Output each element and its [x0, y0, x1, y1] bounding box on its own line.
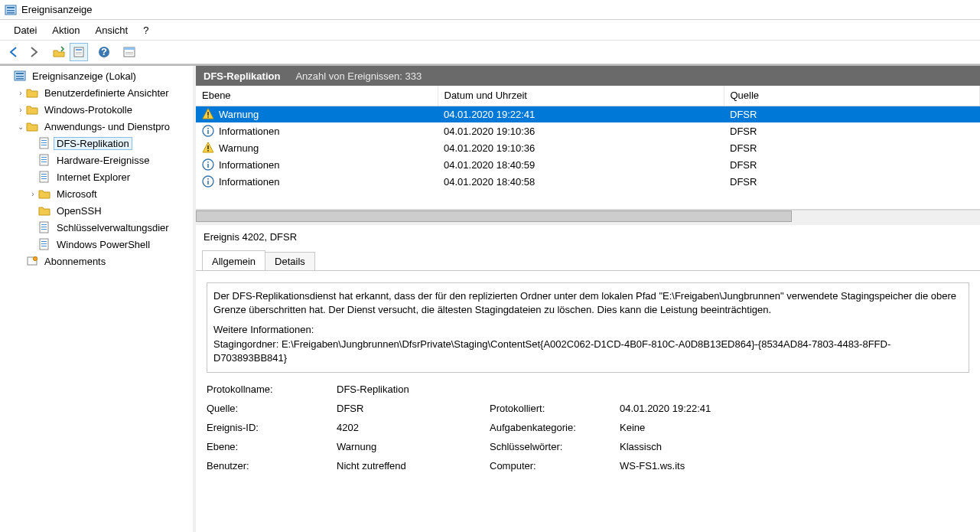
- folder-icon: [26, 120, 38, 132]
- level-text: Informationen: [219, 176, 280, 188]
- tree-pane: ▸ Ereignisanzeige (Lokal) › Benutzerdefi…: [0, 66, 196, 532]
- tab-details[interactable]: Details: [265, 252, 315, 270]
- datetime-cell: 04.01.2020 19:22:41: [438, 106, 724, 122]
- log-icon: [38, 171, 50, 183]
- info-icon: [202, 125, 214, 137]
- tree-powershell[interactable]: ▸Windows PowerShell: [26, 236, 191, 253]
- warning-icon: [202, 108, 214, 120]
- properties-button[interactable]: [70, 43, 88, 61]
- tree-hardware-events[interactable]: ▸Hardware-Ereignisse: [26, 152, 191, 168]
- eventviewer-icon: [14, 70, 26, 82]
- col-source[interactable]: Quelle: [724, 86, 980, 106]
- level-text: Warnung: [219, 142, 259, 154]
- value-log-name: DFS-Replikation: [337, 383, 482, 395]
- tree-root[interactable]: ▸ Ereignisanzeige (Lokal): [2, 67, 191, 84]
- log-icon: [38, 137, 50, 149]
- table-row[interactable]: Warnung04.01.2020 19:10:36DFSR: [196, 139, 980, 156]
- log-icon: [38, 154, 50, 166]
- info-icon: [202, 175, 214, 188]
- tree-app-service-logs[interactable]: ⌄ Anwendungs- und Dienstpro: [14, 118, 191, 135]
- event-message[interactable]: Der DFS-Replikationsdienst hat erkannt, …: [207, 282, 969, 373]
- forward-button[interactable]: [24, 43, 43, 61]
- event-list[interactable]: Ebene Datum und Uhrzeit Quelle Warnung04…: [196, 86, 980, 210]
- expand-icon[interactable]: ›: [15, 87, 26, 98]
- value-source: DFSR: [337, 403, 482, 414]
- tree-dfs-replication[interactable]: ▸DFS-Replikation: [26, 135, 191, 152]
- detail-tabs: Allgemein Details: [196, 250, 980, 271]
- label-task-category: Aufgabenkategorie:: [490, 422, 612, 433]
- table-row[interactable]: Warnung04.01.2020 19:22:41DFSR: [196, 106, 980, 122]
- folder-icon: [38, 204, 50, 217]
- tree-openssh[interactable]: ▸OpenSSH: [26, 202, 191, 219]
- label-logged: Protokolliert:: [490, 403, 612, 414]
- tree-windows-logs[interactable]: › Windows-Protokolle: [14, 101, 191, 118]
- label-computer: Computer:: [490, 460, 612, 472]
- preview-pane-button[interactable]: [120, 43, 138, 61]
- event-properties: Protokollname: DFS-Replikation Quelle: D…: [207, 383, 969, 472]
- log-icon: [38, 221, 50, 233]
- log-icon: [38, 238, 50, 250]
- tree-internet-explorer[interactable]: ▸Internet Explorer: [26, 168, 191, 185]
- level-text: Informationen: [219, 126, 280, 137]
- up-button[interactable]: [50, 43, 68, 61]
- col-datetime[interactable]: Datum und Uhrzeit: [438, 86, 724, 106]
- label-event-id: Ereignis-ID:: [207, 422, 329, 433]
- tab-body-general: Der DFS-Replikationsdienst hat erkannt, …: [196, 270, 980, 532]
- horizontal-scrollbar[interactable]: [196, 210, 980, 222]
- content-header: DFS-Replikation Anzahl von Ereignissen: …: [196, 66, 980, 86]
- detail-pane: Ereignis 4202, DFSR Allgemein Details De…: [196, 222, 980, 532]
- tree-subscriptions[interactable]: ▸ Abonnements: [14, 253, 191, 269]
- menu-file[interactable]: Datei: [6, 22, 44, 38]
- value-event-id: 4202: [337, 422, 482, 433]
- content-title: DFS-Replikation: [203, 70, 280, 82]
- menu-action[interactable]: Aktion: [44, 22, 87, 38]
- detail-title: Ereignis 4202, DFSR: [196, 225, 980, 249]
- value-logged: 04.01.2020 19:22:41: [620, 403, 969, 414]
- subscriptions-icon: [26, 255, 38, 267]
- warning-icon: [202, 142, 214, 154]
- expand-icon[interactable]: ›: [15, 104, 26, 115]
- menu-help[interactable]: ?: [135, 22, 156, 38]
- table-row[interactable]: Informationen04.01.2020 18:40:59DFSR: [196, 156, 980, 173]
- table-row[interactable]: Informationen04.01.2020 18:40:58DFSR: [196, 173, 980, 190]
- label-level: Ebene:: [207, 441, 329, 452]
- back-button[interactable]: [5, 43, 23, 61]
- collapse-icon[interactable]: ⌄: [15, 121, 26, 132]
- source-cell: DFSR: [724, 156, 980, 173]
- datetime-cell: 04.01.2020 19:10:36: [438, 122, 724, 139]
- content-pane: DFS-Replikation Anzahl von Ereignissen: …: [196, 66, 980, 532]
- level-text: Informationen: [219, 159, 280, 171]
- datetime-cell: 04.01.2020 18:40:59: [438, 156, 724, 173]
- tab-general[interactable]: Allgemein: [202, 250, 265, 270]
- info-icon: [202, 158, 214, 171]
- label-log-name: Protokollname:: [207, 383, 329, 395]
- col-level[interactable]: Ebene: [196, 86, 438, 106]
- folder-icon: [38, 188, 50, 200]
- value-task-category: Keine: [620, 422, 969, 433]
- source-cell: DFSR: [724, 122, 980, 139]
- expand-icon[interactable]: ›: [28, 188, 38, 199]
- tree-kms[interactable]: ▸Schlüsselverwaltungsdier: [26, 219, 191, 236]
- menu-view[interactable]: Ansicht: [88, 22, 136, 38]
- datetime-cell: 04.01.2020 19:10:36: [438, 139, 724, 156]
- event-count: Anzahl von Ereignissen: 333: [295, 70, 422, 82]
- level-text: Warnung: [219, 109, 259, 120]
- menu-bar: Datei Aktion Ansicht ?: [0, 20, 980, 40]
- value-user: Nicht zutreffend: [337, 460, 482, 472]
- label-source: Quelle:: [207, 403, 329, 414]
- title-bar: Ereignisanzeige: [0, 0, 980, 20]
- toolbar: [0, 40, 980, 64]
- tree-microsoft[interactable]: ›Microsoft: [26, 185, 191, 202]
- value-level: Warnung: [337, 441, 482, 452]
- table-row[interactable]: Informationen04.01.2020 19:10:36DFSR: [196, 122, 980, 139]
- label-keywords: Schlüsselwörter:: [490, 441, 612, 452]
- source-cell: DFSR: [724, 106, 980, 122]
- app-icon: [5, 4, 17, 16]
- window-title: Ereignisanzeige: [21, 4, 93, 15]
- tree-custom-views[interactable]: › Benutzerdefinierte Ansichter: [14, 84, 191, 101]
- folder-icon: [26, 103, 38, 116]
- label-user: Benutzer:: [207, 460, 329, 472]
- nav-tree[interactable]: ▸ Ereignisanzeige (Lokal) › Benutzerdefi…: [0, 66, 193, 271]
- datetime-cell: 04.01.2020 18:40:58: [438, 173, 724, 190]
- help-button[interactable]: [95, 43, 113, 61]
